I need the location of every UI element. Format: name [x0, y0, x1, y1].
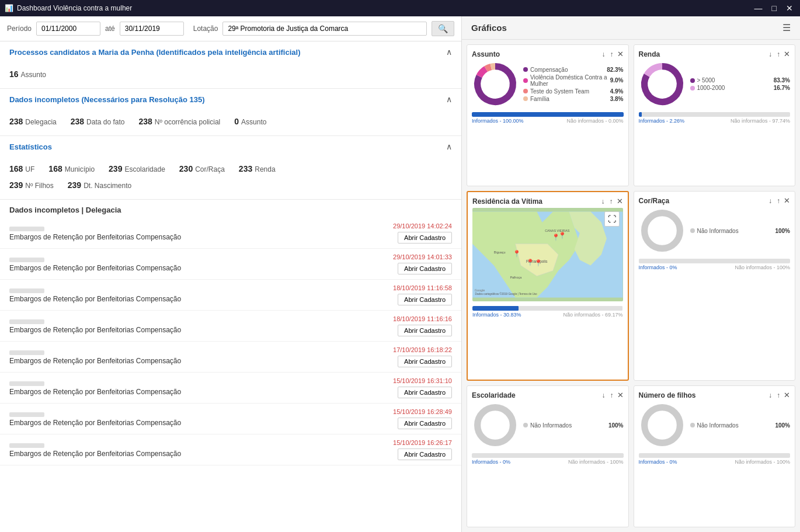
section-estatisticos-header[interactable]: Estatísticos ∧ [0, 136, 461, 157]
chart-down-btn-assunto[interactable]: ↓ [601, 50, 607, 58]
process-info: Embargos de Retenção por Benfeitorias Co… [9, 287, 393, 303]
chart-down-btn-escolaridade[interactable]: ↓ [601, 391, 607, 399]
chart-up-btn-num_filhos[interactable]: ↑ [775, 391, 781, 399]
app-title: Dashboard Violência contra a mulher [17, 4, 132, 12]
process-right: 15/10/2019 16:28:49 Abrir Cadastro [393, 408, 452, 429]
map-expand-button[interactable]: ⛶ [604, 211, 620, 227]
chart-down-btn-residencia[interactable]: ↓ [600, 197, 606, 206]
chart-up-btn-residencia[interactable]: ↑ [608, 197, 614, 206]
chart-card-assunto: Assunto ↓ ↑ ✕ Compensação 82.3% Violênci… [467, 44, 629, 186]
process-right: 17/10/2019 16:18:22 Abrir Cadastro [393, 346, 452, 367]
graficos-controls-icon[interactable]: ☰ [782, 22, 791, 33]
process-item: Embargos de Retenção por Benfeitorias Co… [0, 280, 461, 311]
chart-down-btn-renda[interactable]: ↓ [767, 50, 773, 58]
svg-text:📍: 📍 [558, 231, 566, 239]
legend-dot [690, 78, 695, 83]
stat-dt-nascimento: 239 Dt. Nascimento [68, 180, 131, 190]
process-open-button[interactable]: Abrir Cadastro [398, 325, 452, 336]
legend-dot [690, 423, 695, 427]
chart-card-renda: Renda ↓ ↑ ✕ > 5000 83.3% 1000-2000 16.7% [634, 44, 796, 186]
process-right: 18/10/2019 11:16:58 Abrir Cadastro [393, 284, 452, 305]
section3-stats-row1: 168 UF 168 Município 239 Escolaridade [9, 162, 452, 176]
section-dados-incompletos-header[interactable]: Dados incompletos (Necessários para Reso… [0, 89, 461, 110]
chart-legend-num_filhos: Não Informados 100% [690, 422, 791, 429]
chart-close-btn-renda[interactable]: ✕ [784, 50, 790, 58]
stat-uf: 168 UF [9, 164, 34, 173]
chart-down-btn-corraca[interactable]: ↓ [767, 197, 773, 205]
process-open-button[interactable]: Abrir Cadastro [398, 448, 452, 460]
legend-text: 1000-2000 [697, 85, 771, 91]
period-from-input[interactable] [36, 22, 100, 36]
period-to-input[interactable] [120, 22, 184, 36]
informed-label-escolaridade: Informados - 0% [472, 459, 510, 465]
close-button[interactable]: ✕ [784, 4, 795, 13]
process-item: Embargos de Retenção por Benfeitorias Co… [0, 342, 461, 373]
section-dados-incompletos-title: Dados incompletos (Necessários para Reso… [9, 95, 205, 104]
legend-text: Violência Doméstica Contra a Mulher [530, 74, 608, 87]
legend-dot [690, 86, 695, 91]
chart-footer-escolaridade: Informados - 0% Não informados - 100% [472, 453, 624, 465]
search-button[interactable]: 🔍 [432, 21, 454, 36]
chart-progress-bar-assunto [472, 112, 624, 117]
chart-up-btn-assunto[interactable]: ↑ [609, 50, 615, 58]
maximize-button[interactable]: □ [770, 4, 779, 13]
chart-bar-labels-num_filhos: Informados - 0% Não informados - 100% [639, 459, 791, 465]
chart-legend-assunto: Compensação 82.3% Violência Doméstica Co… [523, 67, 624, 102]
titlebar: 📊 Dashboard Violência contra a mulher — … [0, 0, 800, 16]
process-open-button[interactable]: Abrir Cadastro [398, 232, 452, 244]
legend-item: Violência Doméstica Contra a Mulher 9.0% [523, 74, 624, 87]
app-icon: 📊 [5, 4, 13, 12]
chart-close-btn-escolaridade[interactable]: ✕ [617, 391, 624, 399]
chart-legend-corraca: Não Informados 100% [690, 228, 791, 234]
not-informed-bar-corraca [639, 259, 791, 263]
chart-card-num_filhos: Número de filhos ↓ ↑ ✕ Não Informados 10… [634, 385, 796, 527]
svg-text:Google: Google [475, 288, 485, 292]
section-dados-incompletos-body: 238 Delegacia 238 Data do fato 238 Nº oc… [0, 110, 461, 135]
process-item: Embargos de Retenção por Benfeitorias Co… [0, 311, 461, 342]
process-info: Embargos de Retenção por Benfeitorias Co… [9, 411, 393, 427]
process-open-button[interactable]: Abrir Cadastro [398, 356, 452, 367]
stat-renda: 233 Renda [239, 164, 276, 173]
chart-close-btn-num_filhos[interactable]: ✕ [784, 391, 790, 399]
chart-progress-bar-residencia [472, 306, 623, 311]
lotacao-input[interactable] [222, 22, 427, 36]
process-open-button[interactable]: Abrir Cadastro [398, 387, 452, 398]
svg-point-14 [644, 408, 680, 443]
process-item: Embargos de Retenção por Benfeitorias Co… [0, 218, 461, 249]
chart-nav-residencia: ↓ ↑ ✕ [600, 197, 623, 206]
chart-up-btn-escolaridade[interactable]: ↑ [609, 391, 615, 399]
donut-chart-corraca [639, 207, 686, 254]
stat-num-ocorrencia: 238 [138, 117, 152, 126]
chart-progress-bar-renda [639, 112, 791, 117]
section-maria-penha-header[interactable]: Processos candidatos a Maria da Penha (I… [0, 41, 461, 62]
process-open-button[interactable]: Abrir Cadastro [398, 418, 452, 429]
graficos-header: Gráficos ☰ [462, 16, 800, 40]
chart-card-corraca: Cor/Raça ↓ ↑ ✕ Não Informados 100% [634, 191, 796, 381]
chart-up-btn-renda[interactable]: ↑ [775, 50, 781, 58]
chart-up-btn-corraca[interactable]: ↑ [775, 197, 781, 205]
process-open-button[interactable]: Abrir Cadastro [398, 263, 452, 274]
legend-text: Compensação [530, 67, 604, 73]
chart-close-btn-residencia[interactable]: ✕ [617, 197, 623, 206]
process-open-button[interactable]: Abrir Cadastro [398, 294, 452, 305]
donut-chart-num_filhos [639, 402, 686, 448]
process-number-placeholder [9, 412, 44, 417]
chart-close-btn-assunto[interactable]: ✕ [617, 50, 624, 58]
chart-bar-labels-residencia: Informados - 30.83% Não informados - 69.… [472, 312, 623, 318]
chart-close-btn-corraca[interactable]: ✕ [784, 196, 790, 205]
process-number-placeholder [9, 319, 44, 324]
chart-header-escolaridade: Escolaridade ↓ ↑ ✕ [472, 391, 624, 399]
legend-dot [523, 96, 528, 101]
chart-nav-escolaridade: ↓ ↑ ✕ [601, 391, 624, 399]
process-number-placeholder [9, 350, 44, 355]
chart-content-renda: > 5000 83.3% 1000-2000 16.7% [639, 61, 791, 107]
minimize-button[interactable]: — [752, 4, 765, 13]
map-content: Florianópolis Biguaçu Palhoça CANAS VIEI… [472, 208, 623, 301]
chart-down-btn-num_filhos[interactable]: ↓ [767, 391, 773, 399]
chart-bar-labels-renda: Informados - 2.26% Não informados - 97.7… [639, 118, 791, 124]
chart-footer-corraca: Informados - 0% Não informados - 100% [639, 259, 791, 270]
not-informed-bar-residencia [519, 306, 622, 311]
svg-text:Biguaçu: Biguaçu [494, 251, 506, 254]
legend-text: Não Informados [530, 422, 606, 429]
process-number-placeholder [9, 288, 44, 293]
